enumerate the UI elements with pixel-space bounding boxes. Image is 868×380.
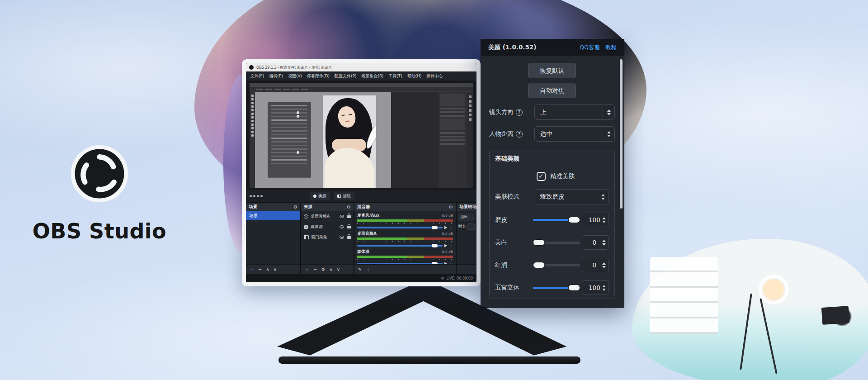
panel-scrollbar[interactable] bbox=[620, 59, 623, 209]
gear-icon[interactable]: ⚙ bbox=[347, 205, 351, 209]
smoothing-slider[interactable] bbox=[533, 217, 576, 223]
rosy-value-box[interactable]: 0 bbox=[582, 258, 609, 272]
person-distance-select[interactable]: 适中 bbox=[534, 126, 615, 142]
number-spinner-icon[interactable] bbox=[602, 240, 606, 246]
visibility-eye-icon[interactable] bbox=[340, 225, 344, 228]
speaker-icon[interactable] bbox=[444, 226, 447, 229]
checkbox-checked-icon[interactable]: ✓ bbox=[537, 172, 546, 181]
number-spinner-icon[interactable] bbox=[602, 262, 606, 268]
scene-down-button[interactable]: ∨ bbox=[274, 267, 277, 272]
visibility-eye-icon[interactable] bbox=[340, 215, 344, 218]
beauty-panel-title-bar: 美颜 (1.0.0.52) QQ客服 教程 bbox=[481, 39, 624, 56]
live-timer: LIVE: 00:00:00 bbox=[446, 276, 473, 280]
filter-chip-button[interactable]: 滤镜 bbox=[334, 192, 354, 200]
tutorial-link[interactable]: 教程 bbox=[605, 44, 617, 52]
whitening-value-box[interactable]: 0 bbox=[582, 235, 609, 250]
mixer-menu-button[interactable]: ⋮ bbox=[366, 267, 370, 272]
help-icon[interactable]: ? bbox=[516, 131, 523, 138]
source-down-button[interactable]: ∨ bbox=[337, 267, 340, 272]
obs-preview-area bbox=[246, 81, 476, 190]
skin-mode-select[interactable]: 臻致磨皮 bbox=[534, 189, 609, 204]
slider-handle[interactable] bbox=[568, 285, 580, 291]
mixer-edit-button[interactable]: ✎ bbox=[358, 267, 362, 272]
scenes-toolbar: ＋ − ∧ ∨ bbox=[246, 264, 300, 274]
obs-window-icon bbox=[249, 65, 254, 70]
lock-icon[interactable] bbox=[347, 236, 351, 239]
scene-item-selected[interactable]: 场景 bbox=[246, 211, 300, 220]
smoothing-value-box[interactable]: 100 bbox=[582, 213, 609, 227]
help-icon[interactable]: ? bbox=[516, 109, 523, 116]
channel-menu-icon[interactable]: ⋮ bbox=[449, 225, 453, 229]
menu-file[interactable]: 文件(F) bbox=[250, 73, 264, 79]
gear-icon[interactable]: ⚙ bbox=[449, 205, 453, 209]
slider-handle[interactable] bbox=[533, 262, 545, 268]
restore-defaults-button[interactable]: 恢复默认 bbox=[528, 63, 576, 78]
beauty-plugin-panel: 美颜 (1.0.0.52) QQ客服 教程 恢复默认 自动对焦 镜头方向 ? 上… bbox=[481, 39, 624, 308]
speaker-icon[interactable] bbox=[444, 244, 447, 247]
studio-tripod bbox=[740, 294, 752, 370]
face-3d-slider[interactable] bbox=[533, 285, 576, 291]
precise-skin-checkbox-row[interactable]: ✓ 精准美肤 bbox=[537, 172, 609, 181]
source-row[interactable]: 媒体源 bbox=[301, 222, 354, 232]
mixer-dock: 混音器 ⚙ 麦克风/Aux0.0 dB ⋮ bbox=[354, 203, 456, 274]
menu-view[interactable]: 视图(V) bbox=[288, 73, 302, 79]
volume-slider[interactable] bbox=[357, 263, 443, 265]
volume-slider[interactable] bbox=[357, 227, 443, 228]
transitions-dock-title: 场景转场 bbox=[459, 204, 476, 210]
volume-slider[interactable] bbox=[357, 245, 443, 247]
studio-tripod bbox=[760, 298, 777, 374]
lock-icon[interactable] bbox=[347, 215, 351, 218]
mixer-toolbar: ✎ ⋮ bbox=[354, 264, 456, 274]
duration-spinner[interactable] bbox=[467, 223, 475, 230]
person-distance-row: 人物距离 ? 适中 bbox=[489, 126, 615, 142]
basic-beauty-section: 基础美颜 ✓ 精准美肤 美肤模式 臻致磨皮 磨皮 100 bbox=[489, 149, 615, 299]
obs-menu-bar: 文件(F) 编辑(E) 视图(V) 停靠部件(D) 配置文件(P) 场景集合(S… bbox=[246, 71, 476, 81]
face-3d-value-box[interactable]: 100 bbox=[582, 280, 609, 295]
select-spinner-icon[interactable] bbox=[603, 105, 614, 119]
rosy-slider[interactable] bbox=[533, 262, 576, 268]
source-row[interactable]: 桌面音频A bbox=[301, 211, 354, 222]
beauty-chip-button[interactable]: 美颜 bbox=[310, 192, 330, 200]
slider-handle[interactable] bbox=[568, 217, 580, 223]
db-value: 0.0 dB bbox=[442, 214, 453, 218]
menu-scene-collection[interactable]: 场景集合(S) bbox=[362, 73, 384, 79]
remove-scene-button[interactable]: − bbox=[258, 267, 262, 272]
slider-handle[interactable] bbox=[533, 239, 545, 246]
channel-menu-icon[interactable]: ⋮ bbox=[449, 243, 453, 247]
sources-dock-title: 来源 bbox=[304, 204, 312, 210]
select-spinner-icon[interactable] bbox=[597, 190, 609, 204]
source-up-button[interactable]: ∧ bbox=[329, 267, 332, 272]
lens-direction-select[interactable]: 上 bbox=[534, 104, 615, 120]
ps-layers-panel bbox=[438, 92, 467, 188]
gear-icon[interactable]: ⚙ bbox=[293, 205, 297, 209]
menu-edit[interactable]: 编辑(E) bbox=[269, 73, 283, 79]
number-spinner-icon[interactable] bbox=[602, 285, 606, 291]
transition-select[interactable]: 淡出 bbox=[458, 214, 475, 221]
menu-help[interactable]: 帮助(H) bbox=[407, 73, 422, 79]
source-properties-button[interactable]: ⚙ bbox=[321, 267, 325, 272]
obs-window: OBS 29.1.3 - 配置文件: 未命名 - 场景: 未命名 文件(F) 编… bbox=[246, 63, 476, 282]
scene-up-button[interactable]: ∧ bbox=[266, 267, 269, 272]
menu-docks[interactable]: 停靠部件(D) bbox=[307, 73, 330, 79]
menu-tools[interactable]: 工具(T) bbox=[388, 73, 402, 79]
select-spinner-icon[interactable] bbox=[603, 127, 614, 141]
meter-ticks bbox=[357, 241, 453, 242]
add-scene-button[interactable]: ＋ bbox=[250, 267, 254, 272]
qq-support-link[interactable]: QQ客服 bbox=[580, 44, 600, 52]
source-row[interactable]: 窗口采集 bbox=[301, 232, 354, 242]
lock-icon[interactable] bbox=[347, 226, 351, 228]
menu-profile[interactable]: 配置文件(P) bbox=[335, 73, 356, 79]
person-distance-label: 人物距离 bbox=[489, 130, 514, 138]
menu-plugin-center[interactable]: 插件中心 bbox=[427, 73, 443, 79]
sources-dock-header: 来源 ⚙ bbox=[301, 203, 354, 211]
remove-source-button[interactable]: − bbox=[313, 267, 317, 272]
add-source-button[interactable]: ＋ bbox=[305, 267, 309, 272]
sources-toolbar: ＋ − ⚙ ∧ ∨ bbox=[301, 264, 354, 274]
audio-level-meter bbox=[357, 219, 453, 222]
media-source-icon bbox=[304, 225, 308, 229]
whitening-slider[interactable] bbox=[533, 239, 576, 246]
auto-focus-button[interactable]: 自动对焦 bbox=[528, 83, 576, 98]
number-spinner-icon[interactable] bbox=[602, 217, 606, 223]
photo-blob-studio bbox=[632, 239, 868, 380]
visibility-eye-icon[interactable] bbox=[340, 236, 344, 239]
